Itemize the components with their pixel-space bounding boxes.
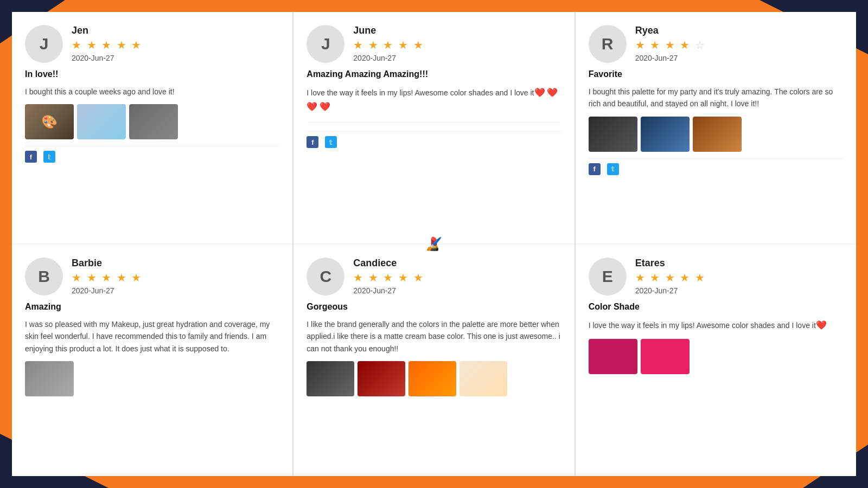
june-info: June ★ ★ ★ ★ ★ 2020-Jun-27 <box>353 25 424 62</box>
candiece-image-1 <box>307 361 354 396</box>
star-4: ★ <box>398 39 409 51</box>
jen-image-1 <box>25 104 74 139</box>
ryea-review-images <box>589 117 843 152</box>
jen-reviewer-header: J Jen ★ ★ ★ ★ ★ 2020-Jun-27 <box>25 25 279 63</box>
heart-1: ❤️ <box>534 88 545 97</box>
june-date: 2020-Jun-27 <box>353 54 424 62</box>
star-4: ★ <box>680 272 691 284</box>
june-facebook-icon[interactable]: f <box>307 136 318 148</box>
candiece-review-images <box>307 361 561 396</box>
star-2: ★ <box>650 39 661 51</box>
ryea-image-2 <box>641 117 690 152</box>
jen-review-body: I bought this a couple weeks ago and lov… <box>25 86 279 98</box>
etares-review-images <box>589 339 843 374</box>
june-twitter-icon[interactable]: 𝕥 <box>325 136 337 148</box>
june-review-body: I love the way it feels in my lips! Awes… <box>307 86 561 113</box>
barbie-stars: ★ ★ ★ ★ ★ <box>72 271 142 284</box>
candiece-date: 2020-Jun-27 <box>353 286 424 295</box>
candiece-reviewer-header: C Candiece ★ ★ ★ ★ ★ 2020-Jun-27 <box>307 258 561 296</box>
column-1: J Jen ★ ★ ★ ★ ★ 2020-Jun-27 In love!! I … <box>12 12 292 476</box>
candiece-image-3 <box>409 361 456 396</box>
star-5-empty: ☆ <box>695 39 706 51</box>
barbie-info: Barbie ★ ★ ★ ★ ★ 2020-Jun-27 <box>72 258 142 295</box>
candiece-image-4 <box>459 361 507 396</box>
star-4: ★ <box>117 272 127 284</box>
jen-review-title: In love!! <box>25 69 279 79</box>
june-review-title: Amazing Amazing Amazing!!! <box>307 69 561 79</box>
bg-orange-bottom <box>0 476 868 488</box>
bg-orange-left <box>0 0 12 488</box>
barbie-review-body: I was so pleased with my Makeup, just gr… <box>25 318 279 355</box>
star-3: ★ <box>383 272 394 284</box>
bg-orange-top <box>0 0 868 12</box>
star-4: ★ <box>398 272 409 284</box>
ryea-image-1 <box>589 117 637 152</box>
star-4: ★ <box>680 39 691 51</box>
jen-stars: ★ ★ ★ ★ ★ <box>72 38 142 52</box>
june-avatar: J <box>307 25 344 63</box>
jen-review-card: J Jen ★ ★ ★ ★ ★ 2020-Jun-27 In love!! I … <box>12 12 292 243</box>
ryea-facebook-icon[interactable]: f <box>589 163 601 175</box>
star-3: ★ <box>101 272 112 284</box>
star-3: ★ <box>101 39 112 51</box>
candiece-name: Candiece <box>353 258 424 269</box>
barbie-review-title: Amazing <box>25 302 279 312</box>
june-divider <box>307 122 561 123</box>
etares-info: Etares ★ ★ ★ ★ ★ 2020-Jun-27 <box>635 258 706 295</box>
star-2: ★ <box>87 39 98 51</box>
star-1: ★ <box>635 272 646 284</box>
jen-facebook-icon[interactable]: f <box>25 151 37 163</box>
candiece-stars: ★ ★ ★ ★ ★ <box>353 271 424 284</box>
barbie-image-1 <box>25 361 74 396</box>
ryea-reviewer-header: R Ryea ★ ★ ★ ★ ☆ 2020-Jun-27 <box>589 25 843 63</box>
ryea-image-3 <box>693 117 742 152</box>
star-2: ★ <box>368 39 379 51</box>
star-2: ★ <box>368 272 379 284</box>
heart-3: ❤️ <box>307 102 317 111</box>
ryea-review-card: R Ryea ★ ★ ★ ★ ☆ 2020-Jun-27 Favorite I … <box>576 12 856 243</box>
star-1: ★ <box>72 39 82 51</box>
jen-info: Jen ★ ★ ★ ★ ★ 2020-Jun-27 <box>72 25 142 62</box>
barbie-name: Barbie <box>72 258 142 269</box>
barbie-review-card: B Barbie ★ ★ ★ ★ ★ 2020-Jun-27 Amazing I… <box>12 245 292 476</box>
ryea-review-body: I bought this palette for my party and i… <box>589 86 843 110</box>
etares-avatar: E <box>589 258 627 296</box>
june-stars: ★ ★ ★ ★ ★ <box>353 38 424 52</box>
etares-name: Etares <box>635 258 706 269</box>
barbie-reviewer-header: B Barbie ★ ★ ★ ★ ★ 2020-Jun-27 <box>25 258 279 296</box>
candiece-image-2 <box>358 361 405 396</box>
etares-reviewer-header: E Etares ★ ★ ★ ★ ★ 2020-Jun-27 <box>589 258 843 296</box>
column-3: R Ryea ★ ★ ★ ★ ☆ 2020-Jun-27 Favorite I … <box>576 12 856 476</box>
star-1: ★ <box>635 39 646 51</box>
ryea-avatar: R <box>589 25 627 63</box>
jen-twitter-icon[interactable]: 𝕥 <box>43 151 55 163</box>
candiece-review-title: Gorgeous <box>307 302 561 312</box>
june-social-icons: f 𝕥 <box>307 131 561 148</box>
barbie-date: 2020-Jun-27 <box>72 286 142 295</box>
jen-image-2 <box>77 104 126 139</box>
barbie-review-images <box>25 361 279 396</box>
star-1: ★ <box>353 272 364 284</box>
ryea-info: Ryea ★ ★ ★ ★ ☆ 2020-Jun-27 <box>635 25 706 62</box>
etares-date: 2020-Jun-27 <box>635 286 706 295</box>
star-3: ★ <box>383 39 394 51</box>
etares-review-body: I love the way it feels in my lips! Awes… <box>589 318 843 332</box>
etares-review-card: E Etares ★ ★ ★ ★ ★ 2020-Jun-27 Color Sha… <box>576 245 856 476</box>
june-name: June <box>353 25 424 36</box>
ryea-review-title: Favorite <box>589 69 843 79</box>
star-5: ★ <box>695 272 706 284</box>
candiece-avatar: C <box>307 258 344 296</box>
star-5: ★ <box>413 272 424 284</box>
ryea-twitter-icon[interactable]: 𝕥 <box>607 163 619 175</box>
heart-4: ❤️ <box>320 102 330 111</box>
june-review-card: J June ★ ★ ★ ★ ★ 2020-Jun-27 Amazing Ama… <box>293 12 574 243</box>
etares-stars: ★ ★ ★ ★ ★ <box>635 271 706 284</box>
star-4: ★ <box>117 39 127 51</box>
candiece-review-card: C Candiece ★ ★ ★ ★ ★ 2020-Jun-27 Gorgeou… <box>293 245 574 476</box>
ryea-name: Ryea <box>635 25 706 36</box>
jen-name: Jen <box>72 25 142 36</box>
star-5: ★ <box>131 39 142 51</box>
heart-2: ❤️ <box>547 88 558 97</box>
star-3: ★ <box>665 272 676 284</box>
ryea-social-icons: f 𝕥 <box>589 158 843 175</box>
